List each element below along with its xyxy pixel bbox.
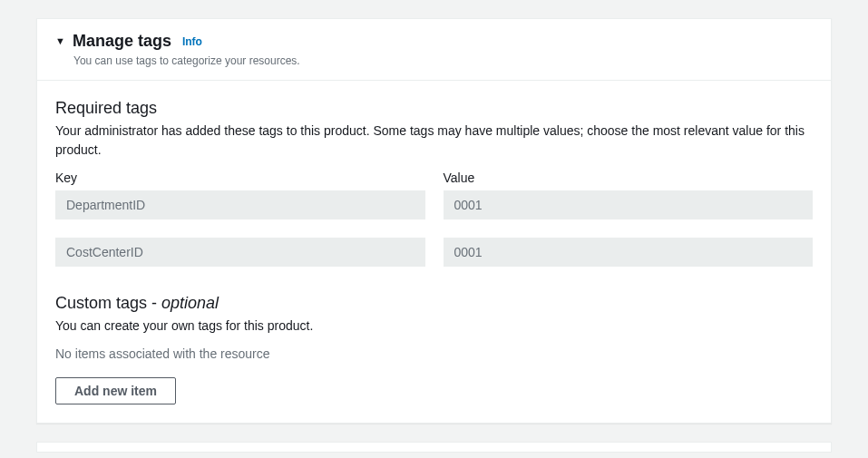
info-link[interactable]: Info xyxy=(182,35,202,48)
custom-tags-empty-message: No items associated with the resource xyxy=(55,346,813,361)
custom-tags-description: You can create your own tags for this pr… xyxy=(55,317,813,336)
required-tags-title: Required tags xyxy=(55,99,813,118)
tag-key-cell: CostCenterID xyxy=(55,238,425,267)
caret-down-icon: ▼ xyxy=(55,36,65,46)
tag-key-cell: DepartmentID xyxy=(55,190,425,219)
tag-value-cell: 0001 xyxy=(444,190,814,219)
panel-subtitle: You can use tags to categorize your reso… xyxy=(73,54,813,67)
manage-tags-panel: ▼ Manage tags Info You can use tags to c… xyxy=(36,18,832,424)
tag-value-cell: 0001 xyxy=(444,238,814,267)
tag-row: CostCenterID 0001 xyxy=(55,238,813,267)
tag-row: DepartmentID 0001 xyxy=(55,190,813,219)
value-column-header: Value xyxy=(444,171,814,185)
custom-tags-section: Custom tags - optional You can create yo… xyxy=(55,294,813,404)
kv-header-row: Key Value xyxy=(55,171,813,185)
panel-body: Required tags Your administrator has add… xyxy=(37,81,831,423)
required-tags-section: Required tags Your administrator has add… xyxy=(55,99,813,267)
panel-title: Manage tags xyxy=(73,32,171,51)
next-panel-sliver xyxy=(36,442,832,453)
key-column-header: Key xyxy=(55,171,425,185)
panel-title-row[interactable]: ▼ Manage tags Info xyxy=(55,32,813,51)
panel-header: ▼ Manage tags Info You can use tags to c… xyxy=(37,19,831,81)
add-new-item-button[interactable]: Add new item xyxy=(55,377,176,404)
custom-tags-optional-label: optional xyxy=(161,294,219,312)
custom-tags-title-prefix: Custom tags - xyxy=(55,294,161,312)
required-tags-description: Your administrator has added these tags … xyxy=(55,122,813,160)
custom-tags-title: Custom tags - optional xyxy=(55,294,813,313)
